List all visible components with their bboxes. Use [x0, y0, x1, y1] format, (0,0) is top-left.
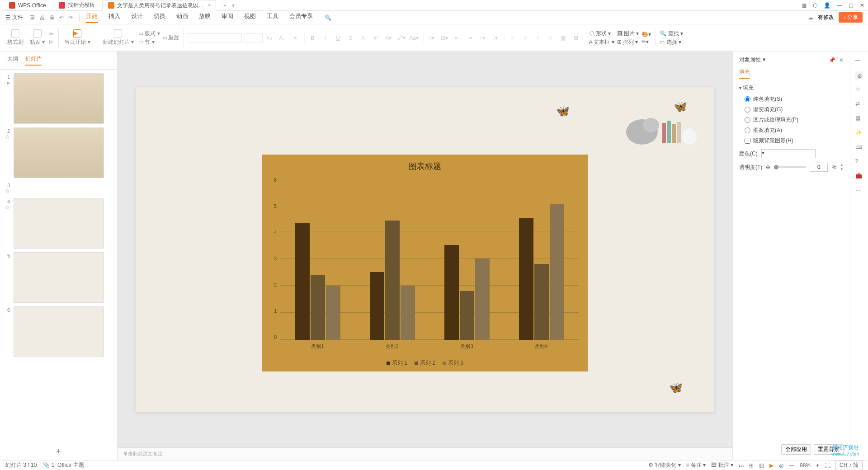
- pin-icon[interactable]: 📌: [829, 57, 835, 63]
- cube-icon[interactable]: ⬡: [813, 2, 817, 9]
- share-button[interactable]: ♪ 分享: [839, 12, 863, 23]
- picture-button[interactable]: 🖼 图片 ▾: [617, 30, 639, 38]
- font-size-select[interactable]: [245, 33, 263, 42]
- search-icon[interactable]: 🔍: [325, 14, 331, 21]
- copy-icon[interactable]: ⎘: [49, 39, 54, 45]
- shape-button[interactable]: ◇ 形状 ▾: [589, 30, 614, 38]
- redo-icon[interactable]: ↷: [68, 14, 73, 21]
- collapse-icon[interactable]: —: [855, 57, 863, 65]
- align-right-icon[interactable]: ≡: [533, 33, 542, 42]
- menu-view[interactable]: 视图: [244, 12, 256, 23]
- reset-button[interactable]: ▭ 重置: [163, 34, 179, 42]
- tab-templates[interactable]: 找稻壳模板: [53, 0, 100, 11]
- chart-object[interactable]: 图表标题 0123456 类别1类别2类别3类别4 系列 1系列 2系列 3: [262, 155, 588, 371]
- help-icon[interactable]: ?: [855, 158, 863, 166]
- slide-thumb-6[interactable]: [14, 306, 104, 357]
- fill-section-header[interactable]: 填充: [739, 84, 844, 92]
- slides-tab[interactable]: 幻灯片: [25, 55, 42, 66]
- avatar-icon[interactable]: 👤: [824, 2, 830, 9]
- menu-insert[interactable]: 插入: [108, 12, 120, 23]
- align-justify-icon[interactable]: ≡: [546, 33, 555, 42]
- print-icon[interactable]: 🖨: [39, 14, 45, 21]
- maximize-button[interactable]: ▢: [849, 2, 854, 9]
- layers-icon[interactable]: ▤: [855, 115, 863, 123]
- indent-inc-icon[interactable]: ⇥: [465, 33, 474, 42]
- italic-icon[interactable]: I: [321, 33, 330, 42]
- menu-animation[interactable]: 动画: [176, 12, 188, 23]
- ai-settings-icon[interactable]: ⚙: [855, 71, 863, 80]
- file-menu[interactable]: ☰文件: [5, 14, 23, 21]
- change-case-icon[interactable]: Aa▾: [410, 33, 419, 42]
- ime-indicator[interactable]: CH ♪ 简: [835, 460, 863, 470]
- save-icon[interactable]: 🖫: [29, 14, 35, 21]
- numbering-icon[interactable]: ⊟▾: [440, 33, 449, 42]
- strikethrough-icon[interactable]: S: [346, 33, 355, 42]
- cut-icon[interactable]: ✂: [49, 31, 54, 37]
- indent-dec-icon[interactable]: ⇤: [453, 33, 462, 42]
- paste-button[interactable]: 粘贴 ▾: [28, 28, 47, 47]
- distribute-icon[interactable]: ⊞: [571, 33, 580, 42]
- bullets-icon[interactable]: ≡▾: [427, 33, 436, 42]
- minimize-button[interactable]: —: [837, 2, 842, 9]
- view-reading-icon[interactable]: ▥: [759, 462, 764, 469]
- fill-gradient-option[interactable]: 渐变填充(G): [745, 106, 844, 113]
- outline-tab[interactable]: 大纲: [7, 55, 18, 66]
- texteffect-icon[interactable]: A: [359, 33, 368, 42]
- select-button[interactable]: ▭ 选择 ▾: [660, 38, 683, 46]
- slide-canvas[interactable]: 🦋 🦋 🦋 图表标题 0123456 类别1类别2类别3类别4 系列 1系列 2…: [136, 87, 714, 412]
- menu-start[interactable]: 开始: [86, 12, 98, 23]
- find-button[interactable]: 🔍 查找 ▾: [660, 30, 683, 38]
- play-from-current-button[interactable]: ▶当页开始 ▾: [62, 28, 92, 47]
- text-direction-icon[interactable]: ⤵▾: [491, 33, 500, 42]
- arrange-button[interactable]: ⊞ 排列 ▾: [617, 38, 639, 46]
- view-sorter-icon[interactable]: ⊞: [749, 462, 754, 469]
- menu-design[interactable]: 设计: [131, 12, 143, 23]
- font-family-select[interactable]: [188, 33, 242, 42]
- tab-current-doc[interactable]: 文字是人类用符号记录表达信息以…•: [102, 0, 216, 11]
- textbox-button[interactable]: A 文本框 ▾: [589, 38, 614, 46]
- more-icon[interactable]: ⋯: [855, 187, 863, 195]
- hide-bg-option[interactable]: 隐藏背景图形(H): [745, 137, 844, 145]
- menu-slideshow[interactable]: 放映: [199, 12, 211, 23]
- view-slideshow-icon[interactable]: ▶: [769, 462, 774, 469]
- comments-toggle[interactable]: ☰ 批注 ▾: [711, 461, 733, 469]
- magic-icon[interactable]: ✨: [855, 129, 863, 137]
- undo-icon[interactable]: ↶: [59, 14, 64, 21]
- line-spacing-icon[interactable]: ↕▾: [478, 33, 487, 42]
- layout-button[interactable]: ▭ 版式 ▾: [138, 30, 160, 38]
- transfer-icon[interactable]: ⇄: [855, 100, 863, 108]
- superscript-icon[interactable]: x²: [372, 33, 381, 42]
- slide-list[interactable]: 1▸ 2☆ 3☆ 4☆ 5 6: [0, 70, 117, 443]
- notes-toggle[interactable]: ≡ 备注 ▾: [686, 461, 706, 469]
- bold-icon[interactable]: B: [308, 33, 317, 42]
- align-left-icon[interactable]: ≡: [508, 33, 517, 42]
- beautify-button[interactable]: ⚙ 智能美化 ▾: [648, 461, 681, 469]
- new-slide-button[interactable]: 新建幻灯片 ▾: [101, 28, 136, 47]
- panel-icon[interactable]: ▥: [802, 2, 807, 9]
- increase-font-icon[interactable]: A↑: [265, 33, 274, 42]
- columns-icon[interactable]: ▥: [559, 33, 568, 42]
- slide-thumb-2[interactable]: [14, 127, 104, 178]
- fullscreen-icon[interactable]: ⛶: [825, 462, 830, 469]
- new-tab-button[interactable]: +▾: [218, 0, 240, 11]
- menu-member[interactable]: 会员专享: [289, 12, 313, 23]
- slide-thumb-1[interactable]: [14, 73, 104, 124]
- font-color-icon[interactable]: A▾: [384, 33, 393, 42]
- close-button[interactable]: ✕: [860, 2, 864, 9]
- transparency-input[interactable]: [810, 163, 828, 172]
- transparency-slider[interactable]: [774, 166, 806, 168]
- theme-label[interactable]: 📎 1_Office 主题: [43, 461, 84, 469]
- slide-thumb-4[interactable]: [14, 198, 104, 249]
- cloud-sync-icon[interactable]: ☁: [808, 14, 813, 21]
- zoom-in-icon[interactable]: +: [816, 462, 819, 469]
- notes-area[interactable]: 单击此处添加备注: [118, 447, 732, 460]
- outline-icon[interactable]: ✏▾: [642, 38, 651, 45]
- view-normal-icon[interactable]: ▭: [739, 462, 744, 469]
- align-center-icon[interactable]: ≡: [521, 33, 530, 42]
- book-icon[interactable]: 📖: [855, 144, 863, 152]
- decrease-font-icon[interactable]: A↓: [278, 33, 287, 42]
- menu-review[interactable]: 审阅: [222, 12, 233, 23]
- format-painter-button[interactable]: 格式刷: [5, 28, 25, 47]
- apply-all-button[interactable]: 全部应用: [781, 444, 811, 455]
- close-panel-icon[interactable]: ✕: [839, 57, 844, 63]
